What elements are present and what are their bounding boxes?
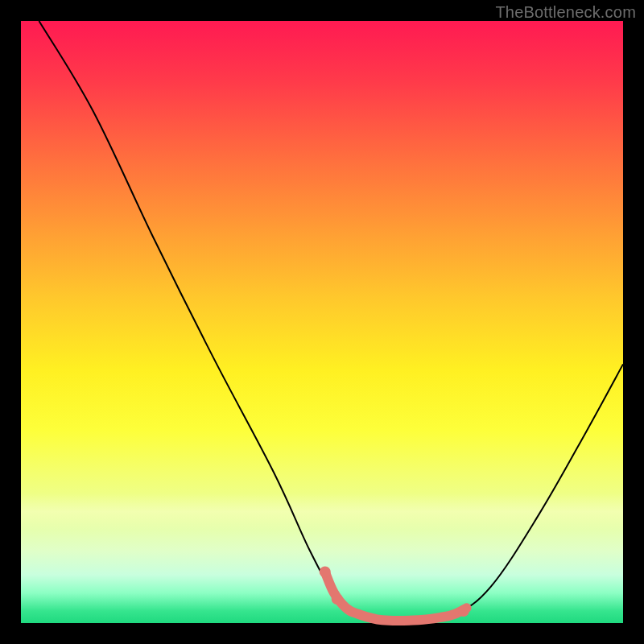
marker-1	[332, 593, 343, 605]
marker-2	[458, 605, 469, 617]
series-highlight	[325, 572, 467, 621]
series-curve	[39, 21, 623, 621]
marker-0	[320, 566, 331, 577]
chart-overlay	[21, 21, 623, 623]
watermark-text: TheBottleneck.com	[495, 3, 636, 22]
